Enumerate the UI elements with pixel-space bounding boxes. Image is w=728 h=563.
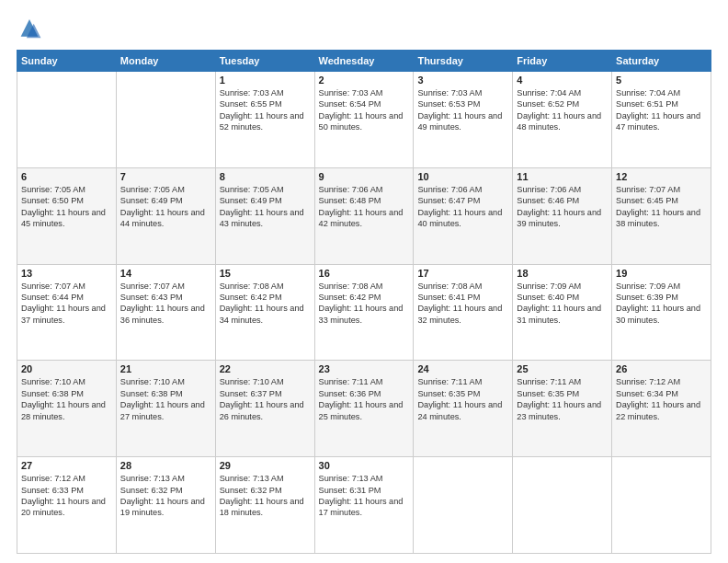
calendar-day-cell [513,457,612,554]
day-number: 26 [616,363,707,374]
calendar-day-header: Monday [116,51,215,72]
day-number: 29 [220,460,311,471]
calendar-day-cell: 3Sunrise: 7:03 AM Sunset: 6:53 PM Daylig… [414,72,513,168]
day-number: 9 [319,171,410,182]
calendar-day-cell: 7Sunrise: 7:05 AM Sunset: 6:49 PM Daylig… [116,167,215,264]
day-info: Sunrise: 7:11 AM Sunset: 6:35 PM Dayligh… [417,376,508,422]
day-number: 7 [120,171,211,182]
day-number: 3 [417,75,508,86]
calendar-day-cell: 30Sunrise: 7:13 AM Sunset: 6:31 PM Dayli… [314,457,414,554]
day-info: Sunrise: 7:09 AM Sunset: 6:39 PM Dayligh… [616,281,707,327]
calendar-day-cell: 6Sunrise: 7:05 AM Sunset: 6:50 PM Daylig… [17,167,117,264]
day-number: 10 [417,171,508,182]
calendar-day-cell [116,72,215,168]
day-info: Sunrise: 7:08 AM Sunset: 6:42 PM Dayligh… [220,281,311,327]
calendar-day-cell: 24Sunrise: 7:11 AM Sunset: 6:35 PM Dayli… [414,361,513,457]
day-number: 15 [220,268,311,279]
day-info: Sunrise: 7:12 AM Sunset: 6:34 PM Dayligh… [616,376,707,422]
calendar-day-cell [612,457,711,554]
calendar-day-cell: 1Sunrise: 7:03 AM Sunset: 6:55 PM Daylig… [215,72,314,168]
day-info: Sunrise: 7:08 AM Sunset: 6:42 PM Dayligh… [319,281,410,327]
day-number: 18 [517,268,608,279]
day-number: 30 [319,460,410,471]
day-info: Sunrise: 7:04 AM Sunset: 6:52 PM Dayligh… [517,87,608,133]
calendar-week-row: 20Sunrise: 7:10 AM Sunset: 6:38 PM Dayli… [17,361,711,457]
day-info: Sunrise: 7:11 AM Sunset: 6:36 PM Dayligh… [319,376,410,422]
day-number: 19 [616,268,707,279]
day-info: Sunrise: 7:06 AM Sunset: 6:48 PM Dayligh… [319,184,410,230]
calendar-day-cell: 14Sunrise: 7:07 AM Sunset: 6:43 PM Dayli… [116,264,215,361]
calendar-day-header: Saturday [612,51,711,72]
calendar-day-cell: 29Sunrise: 7:13 AM Sunset: 6:32 PM Dayli… [215,457,314,554]
day-info: Sunrise: 7:06 AM Sunset: 6:47 PM Dayligh… [417,184,508,230]
day-number: 14 [120,268,211,279]
day-number: 21 [120,363,211,374]
calendar-day-cell: 23Sunrise: 7:11 AM Sunset: 6:36 PM Dayli… [314,361,414,457]
calendar-day-cell: 27Sunrise: 7:12 AM Sunset: 6:33 PM Dayli… [17,457,117,554]
day-number: 28 [120,460,211,471]
day-info: Sunrise: 7:10 AM Sunset: 6:37 PM Dayligh… [220,376,311,422]
calendar-day-cell: 28Sunrise: 7:13 AM Sunset: 6:32 PM Dayli… [116,457,215,554]
day-info: Sunrise: 7:07 AM Sunset: 6:44 PM Dayligh… [21,281,112,327]
calendar-table: SundayMondayTuesdayWednesdayThursdayFrid… [17,50,711,554]
calendar-day-header: Tuesday [215,51,314,72]
day-info: Sunrise: 7:07 AM Sunset: 6:43 PM Dayligh… [120,281,211,327]
day-number: 25 [517,363,608,374]
calendar-day-cell: 21Sunrise: 7:10 AM Sunset: 6:38 PM Dayli… [116,361,215,457]
page: SundayMondayTuesdayWednesdayThursdayFrid… [0,0,728,563]
calendar-day-header: Friday [513,51,612,72]
calendar-day-header: Wednesday [314,51,414,72]
logo-icon [17,17,42,42]
calendar-day-cell: 22Sunrise: 7:10 AM Sunset: 6:37 PM Dayli… [215,361,314,457]
calendar-day-cell: 12Sunrise: 7:07 AM Sunset: 6:45 PM Dayli… [612,167,711,264]
day-number: 17 [417,268,508,279]
day-info: Sunrise: 7:08 AM Sunset: 6:41 PM Dayligh… [417,281,508,327]
day-number: 27 [21,460,112,471]
day-info: Sunrise: 7:05 AM Sunset: 6:49 PM Dayligh… [120,184,211,230]
day-number: 12 [616,171,707,182]
day-number: 20 [21,363,112,374]
day-info: Sunrise: 7:06 AM Sunset: 6:46 PM Dayligh… [517,184,608,230]
calendar-week-row: 27Sunrise: 7:12 AM Sunset: 6:33 PM Dayli… [17,457,711,554]
calendar-day-cell: 2Sunrise: 7:03 AM Sunset: 6:54 PM Daylig… [314,72,414,168]
day-info: Sunrise: 7:05 AM Sunset: 6:49 PM Dayligh… [220,184,311,230]
day-number: 6 [21,171,112,182]
day-info: Sunrise: 7:10 AM Sunset: 6:38 PM Dayligh… [21,376,112,422]
calendar-day-header: Sunday [17,51,117,72]
calendar-day-cell: 18Sunrise: 7:09 AM Sunset: 6:40 PM Dayli… [513,264,612,361]
day-info: Sunrise: 7:03 AM Sunset: 6:55 PM Dayligh… [220,87,311,133]
logo [17,17,46,42]
calendar-day-cell: 8Sunrise: 7:05 AM Sunset: 6:49 PM Daylig… [215,167,314,264]
day-info: Sunrise: 7:04 AM Sunset: 6:51 PM Dayligh… [616,87,707,133]
calendar-week-row: 1Sunrise: 7:03 AM Sunset: 6:55 PM Daylig… [17,72,711,168]
day-info: Sunrise: 7:03 AM Sunset: 6:54 PM Dayligh… [319,87,410,133]
calendar-day-header: Thursday [414,51,513,72]
calendar-day-cell: 13Sunrise: 7:07 AM Sunset: 6:44 PM Dayli… [17,264,117,361]
day-info: Sunrise: 7:13 AM Sunset: 6:32 PM Dayligh… [220,473,311,519]
calendar-day-cell: 15Sunrise: 7:08 AM Sunset: 6:42 PM Dayli… [215,264,314,361]
day-info: Sunrise: 7:13 AM Sunset: 6:31 PM Dayligh… [319,473,410,519]
day-info: Sunrise: 7:10 AM Sunset: 6:38 PM Dayligh… [120,376,211,422]
day-info: Sunrise: 7:05 AM Sunset: 6:50 PM Dayligh… [21,184,112,230]
calendar-day-cell: 9Sunrise: 7:06 AM Sunset: 6:48 PM Daylig… [314,167,414,264]
day-number: 16 [319,268,410,279]
day-number: 13 [21,268,112,279]
day-number: 8 [220,171,311,182]
day-info: Sunrise: 7:13 AM Sunset: 6:32 PM Dayligh… [120,473,211,519]
day-info: Sunrise: 7:03 AM Sunset: 6:53 PM Dayligh… [417,87,508,133]
day-number: 11 [517,171,608,182]
day-info: Sunrise: 7:09 AM Sunset: 6:40 PM Dayligh… [517,281,608,327]
day-number: 23 [319,363,410,374]
day-number: 2 [319,75,410,86]
header [17,17,711,42]
calendar-day-cell: 5Sunrise: 7:04 AM Sunset: 6:51 PM Daylig… [612,72,711,168]
calendar-day-cell: 16Sunrise: 7:08 AM Sunset: 6:42 PM Dayli… [314,264,414,361]
calendar-day-cell: 17Sunrise: 7:08 AM Sunset: 6:41 PM Dayli… [414,264,513,361]
calendar-day-cell: 11Sunrise: 7:06 AM Sunset: 6:46 PM Dayli… [513,167,612,264]
calendar-header-row: SundayMondayTuesdayWednesdayThursdayFrid… [17,51,711,72]
day-number: 4 [517,75,608,86]
day-number: 22 [220,363,311,374]
calendar-day-cell: 4Sunrise: 7:04 AM Sunset: 6:52 PM Daylig… [513,72,612,168]
day-number: 1 [220,75,311,86]
day-number: 24 [417,363,508,374]
